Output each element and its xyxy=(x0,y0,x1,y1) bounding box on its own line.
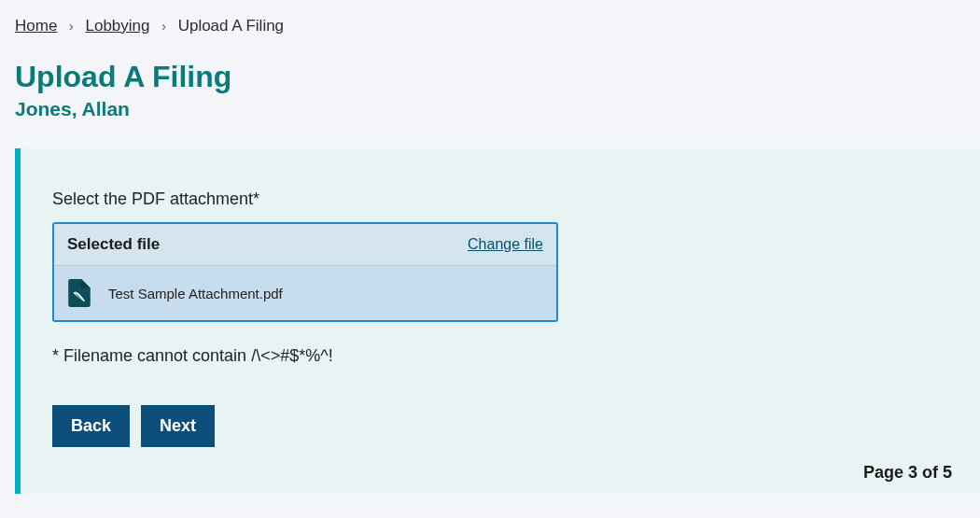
file-row: Test Sample Attachment.pdf xyxy=(54,266,556,320)
chevron-right-icon: › xyxy=(69,19,74,34)
breadcrumb: Home › Lobbying › Upload A Filing xyxy=(0,0,980,43)
change-file-link[interactable]: Change file xyxy=(468,236,543,253)
breadcrumb-lobbying[interactable]: Lobbying xyxy=(86,17,150,35)
selected-file-header: Selected file Change file xyxy=(54,224,556,266)
pdf-file-icon xyxy=(67,279,91,307)
next-button[interactable]: Next xyxy=(141,405,215,447)
subtitle-person-name: Jones, Allan xyxy=(0,98,980,148)
breadcrumb-home[interactable]: Home xyxy=(15,17,57,35)
chevron-right-icon: › xyxy=(161,19,166,34)
selected-file-label: Selected file xyxy=(67,235,160,254)
back-button[interactable]: Back xyxy=(52,405,130,447)
page-counter: Page 3 of 5 xyxy=(863,463,952,483)
upload-panel: Select the PDF attachment* Selected file… xyxy=(15,148,980,494)
page-title: Upload A Filing xyxy=(0,43,980,98)
filename-helper-text: * Filename cannot contain /\<>#$*%^! xyxy=(52,346,948,366)
field-label: Select the PDF attachment* xyxy=(52,189,948,209)
file-name: Test Sample Attachment.pdf xyxy=(108,286,283,301)
selected-file-box: Selected file Change file Test Sample At… xyxy=(52,222,558,322)
button-row: Back Next xyxy=(52,405,948,447)
breadcrumb-current: Upload A Filing xyxy=(178,17,284,35)
